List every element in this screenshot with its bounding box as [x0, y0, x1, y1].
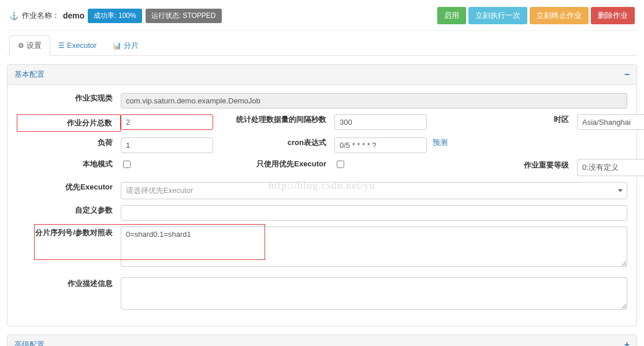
prefer-only-checkbox[interactable] [337, 161, 344, 168]
prefer-exec-placeholder: 请选择优先Executor [121, 182, 627, 199]
shard-total-label: 作业分片总数 [17, 114, 121, 132]
tab-executor-label: Executor [67, 41, 96, 50]
stat-interval-label: 统计处理数据量的间隔秒数 [236, 114, 334, 125]
predict-link[interactable]: 预测 [433, 137, 448, 148]
collapse-icon[interactable]: − [624, 69, 630, 80]
terminate-button[interactable]: 立刻终止作业 [530, 7, 589, 24]
run-state-badge: 运行状态: STOPPED [146, 9, 222, 23]
tab-sharding-label: 分片 [124, 40, 139, 51]
basic-config-panel: 基本配置 − 作业实现类 作业分片总数 统计处理数据量的间隔秒数 时区 Asia [7, 64, 637, 326]
prefer-exec-label: 优先Executor [17, 182, 121, 192]
prefer-exec-select[interactable]: 请选择优先Executor [121, 182, 627, 199]
delete-button[interactable]: 删除作业 [591, 7, 635, 24]
importance-select[interactable]: 0:没有定义 [577, 159, 644, 176]
shard-param-textarea[interactable] [121, 226, 627, 267]
desc-label: 作业描述信息 [17, 277, 121, 289]
stat-interval-input[interactable] [334, 114, 427, 130]
list-icon: ☰ [58, 42, 65, 50]
basic-config-heading[interactable]: 基本配置 − [8, 65, 636, 85]
advanced-config-title: 高级配置 [14, 340, 44, 346]
desc-textarea[interactable] [121, 277, 627, 310]
impl-class-input [121, 93, 627, 109]
tab-executor[interactable]: ☰ Executor [50, 35, 105, 55]
timezone-label: 时区 [490, 114, 577, 125]
timezone-select[interactable]: Asia/Shanghai [577, 114, 644, 130]
bar-chart-icon: 📊 [113, 42, 121, 50]
success-rate-badge: 成功率: 100% [88, 9, 142, 23]
expand-icon[interactable]: + [624, 340, 630, 346]
cron-label: cron表达式 [236, 137, 334, 148]
enable-button[interactable]: 启用 [437, 7, 466, 24]
basic-config-title: 基本配置 [14, 69, 44, 80]
tabs-bar: ⚙ 设置 ☰ Executor 📊 分片 [7, 31, 637, 56]
anchor-icon: ⚓ [9, 12, 18, 20]
tab-settings-label: 设置 [27, 40, 42, 51]
local-mode-checkbox[interactable] [123, 161, 131, 168]
custom-param-label: 自定义参数 [17, 205, 121, 215]
job-name: demo [63, 11, 84, 20]
local-mode-label: 本地模式 [17, 159, 121, 169]
timezone-value: Asia/Shanghai [577, 114, 644, 130]
tab-sharding[interactable]: 📊 分片 [105, 35, 147, 55]
advanced-config-panel: 高级配置 + [7, 334, 637, 346]
shard-param-label: 分片序列号/参数对照表 [17, 226, 121, 238]
shard-total-input[interactable] [121, 114, 213, 130]
prefer-only-label: 只使用优先Executor [236, 159, 334, 169]
advanced-config-heading[interactable]: 高级配置 + [8, 335, 636, 346]
header-bar: ⚓ 作业名称： demo 成功率: 100% 运行状态: STOPPED 启用 … [7, 3, 637, 31]
load-input[interactable] [121, 137, 213, 153]
impl-class-label: 作业实现类 [17, 93, 121, 103]
gear-icon: ⚙ [18, 42, 24, 50]
importance-value: 0:没有定义 [577, 159, 644, 176]
importance-label: 作业重要等级 [490, 159, 577, 170]
custom-param-input[interactable] [121, 205, 627, 221]
exec-once-button[interactable]: 立刻执行一次 [468, 7, 527, 24]
tab-settings[interactable]: ⚙ 设置 [9, 35, 50, 56]
job-name-label: 作业名称： [22, 10, 59, 21]
cron-input[interactable] [334, 137, 427, 153]
load-label: 负荷 [17, 137, 121, 148]
